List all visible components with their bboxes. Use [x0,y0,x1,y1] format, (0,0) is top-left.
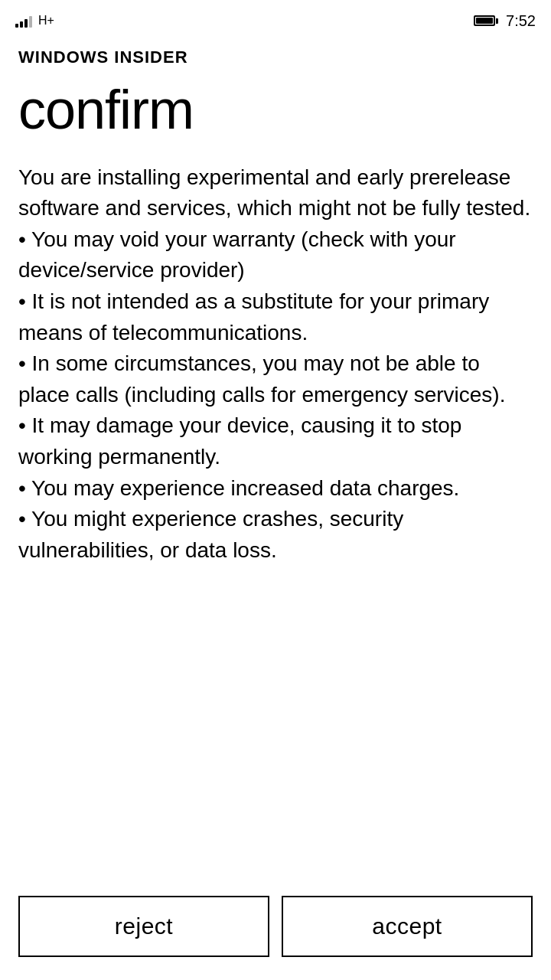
battery-body [474,15,495,26]
status-right: 7:52 [474,12,536,30]
app-header: WINDOWS INSIDER [0,38,551,74]
app-title: WINDOWS INSIDER [18,47,188,67]
status-left: H+ [15,14,54,28]
network-type-label: H+ [38,14,54,28]
status-bar: H+ 7:52 [0,0,551,38]
signal-bar-4 [29,16,32,28]
battery-icon [474,15,498,26]
reject-button[interactable]: reject [18,896,269,957]
button-bar: reject accept [0,880,551,980]
disclaimer-text: You are installing experimental and earl… [18,162,533,567]
signal-bar-1 [15,24,18,28]
page-title: confirm [18,79,194,140]
clock-display: 7:52 [506,12,536,30]
signal-bar-3 [24,19,28,28]
signal-bars-icon [15,14,32,28]
page-content: You are installing experimental and earl… [0,155,551,880]
battery-tip [496,18,498,24]
battery-fill [476,18,493,24]
accept-button[interactable]: accept [282,896,533,957]
page-title-section: confirm [0,74,551,155]
signal-bar-2 [20,21,23,28]
